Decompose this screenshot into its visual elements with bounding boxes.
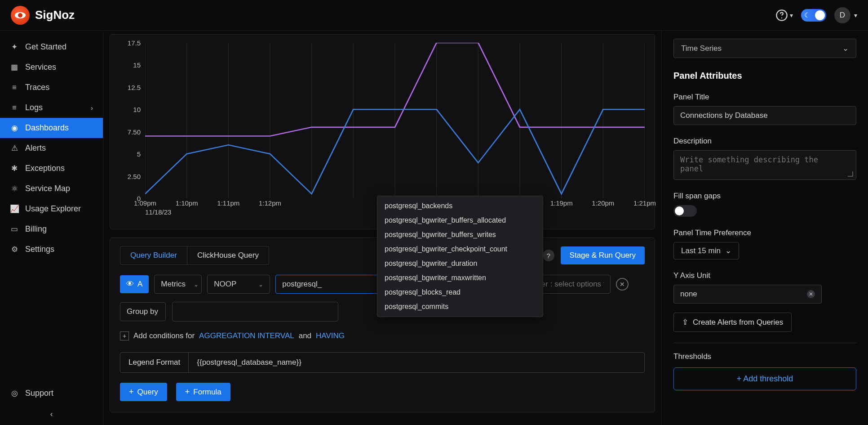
user-avatar[interactable]: D	[834, 7, 850, 23]
sidebar-item-billing[interactable]: ▭Billing	[0, 219, 103, 239]
legend-row: Legend Format	[120, 352, 645, 373]
query-letter: A	[137, 280, 142, 289]
description-field[interactable]	[680, 155, 850, 173]
chart-icon: 📈	[10, 204, 19, 214]
add-query-label: Query	[137, 388, 158, 397]
panel-title-field[interactable]	[680, 111, 850, 120]
sidebar-item-support[interactable]: ◎Support	[0, 383, 103, 403]
moon-icon: ☾	[804, 11, 810, 19]
toggle-knob	[815, 10, 825, 20]
metric-autocomplete-dropdown[interactable]: postgresql_backendspostgresql_bgwriter_b…	[377, 196, 543, 317]
sidebar-item-label: Support	[25, 389, 53, 398]
having-link[interactable]: HAVING	[316, 331, 345, 340]
sidebar-item-label: Exceptions	[25, 164, 65, 173]
legend-format-input[interactable]	[189, 353, 644, 372]
chevron-down-icon: ⌄	[842, 44, 849, 53]
tab-query-builder[interactable]: Query Builder	[120, 246, 187, 264]
add-condition-button[interactable]: +	[120, 331, 129, 340]
chevron-down-icon: ⌄	[725, 246, 731, 255]
sidebar-item-services[interactable]: ▦Services	[0, 57, 103, 77]
autocomplete-item[interactable]: postgresql_bgwriter_duration	[377, 256, 543, 271]
help-menu[interactable]: ▾	[775, 9, 793, 22]
description-label: Description	[673, 137, 856, 146]
collapse-sidebar-button[interactable]: ‹	[0, 403, 103, 425]
chart-plot	[145, 43, 645, 198]
query-help-button[interactable]: ?	[543, 250, 554, 261]
autocomplete-item[interactable]: postgresql_bgwriter_buffers_allocated	[377, 213, 543, 228]
sidebar-item-label: Usage Explorer	[25, 204, 81, 214]
sidebar-item-dashboards[interactable]: ◉Dashboards	[0, 118, 103, 138]
right-pane: Time Series ⌄ Panel Attributes Panel Tit…	[661, 31, 868, 425]
clear-filter-button[interactable]: ✕	[616, 278, 629, 291]
chart-panel: 17.51512.5107.5052.500 11/18/23 1:09pm1:…	[110, 34, 655, 229]
autocomplete-item[interactable]: postgresql_commits	[377, 300, 543, 314]
autocomplete-item[interactable]: postgresql_bgwriter_buffers_writes	[377, 228, 543, 242]
chart-x-sub: 11/18/23	[145, 208, 171, 216]
viz-type-select[interactable]: Time Series ⌄	[673, 39, 856, 58]
source-value: Metrics	[161, 280, 186, 289]
query-tabs: Query Builder ClickHouse Query	[120, 246, 269, 265]
add-query-button[interactable]: +Query	[120, 383, 167, 401]
panel-time-pref-label: Panel Time Preference	[673, 228, 856, 237]
panel-attributes-heading: Panel Attributes	[673, 71, 856, 81]
sidebar-item-label: Service Map	[25, 184, 70, 193]
y-axis-unit-select[interactable]: none ✕	[673, 285, 822, 304]
theme-toggle[interactable]: ☾	[801, 9, 826, 22]
sidebar-item-settings[interactable]: ⚙Settings	[0, 239, 103, 259]
create-alerts-button[interactable]: ⇪ Create Alerts from Queries	[673, 313, 792, 332]
legend-format-field[interactable]	[197, 358, 636, 367]
add-formula-button[interactable]: +Formula	[176, 383, 230, 401]
logo-icon	[11, 6, 30, 25]
sidebar-item-alerts[interactable]: ⚠Alerts	[0, 138, 103, 158]
autocomplete-item[interactable]: postgresql_bgwriter_maxwritten	[377, 271, 543, 285]
sidebar-item-label: Alerts	[25, 143, 46, 153]
autocomplete-item[interactable]: postgresql_backends	[377, 199, 543, 213]
groupby-select[interactable]	[172, 302, 338, 322]
y-axis-unit-value: none	[680, 290, 697, 299]
caret-down-icon[interactable]: ▾	[854, 12, 857, 19]
query-letter-chip[interactable]: 👁 A	[120, 275, 149, 293]
legend-format-label: Legend Format	[120, 353, 189, 372]
clear-yunit-button[interactable]: ✕	[807, 290, 815, 298]
sidebar-item-label: Services	[25, 63, 56, 72]
sidebar-item-get-started[interactable]: ✦Get Started	[0, 37, 103, 57]
add-threshold-button[interactable]: + Add threshold	[673, 367, 856, 390]
aggregation-select[interactable]: NOOP⌄	[207, 275, 270, 294]
chevron-right-icon: ›	[91, 104, 93, 112]
aggregation-interval-link[interactable]: AGGREGATION INTERVAL	[199, 331, 294, 340]
topbar: SigNoz ▾ ☾ D ▾	[0, 0, 868, 31]
card-icon: ▭	[10, 224, 19, 234]
sidebar-item-usage-explorer[interactable]: 📈Usage Explorer	[0, 199, 103, 219]
stage-run-query-button[interactable]: Stage & Run Query	[561, 246, 645, 264]
sidebar-item-logs[interactable]: ≡Logs›	[0, 98, 103, 118]
chevron-down-icon: ⌄	[194, 281, 199, 288]
sidebar-item-exceptions[interactable]: ✱Exceptions	[0, 158, 103, 179]
source-select[interactable]: Metrics⌄	[154, 275, 202, 294]
sidebar-item-label: Settings	[25, 245, 54, 254]
export-icon: ⇪	[682, 318, 688, 327]
add-formula-label: Formula	[193, 388, 221, 397]
fill-span-gaps-toggle[interactable]	[673, 205, 697, 217]
sidebar-item-label: Logs	[25, 103, 43, 112]
bell-icon: ⚠	[10, 143, 19, 153]
description-input[interactable]	[673, 150, 856, 180]
fill-span-gaps-label: Fill span gaps	[673, 192, 856, 201]
y-axis-unit-label: Y Axis Unit	[673, 271, 856, 280]
panel-time-pref-select[interactable]: Last 15 min ⌄	[673, 242, 739, 259]
lines-icon: ≡	[10, 83, 19, 92]
sidebar-item-service-map[interactable]: ⚛Service Map	[0, 179, 103, 199]
sidebar-item-label: Billing	[25, 224, 47, 234]
lines-icon: ≡	[10, 103, 19, 112]
panel-title-input[interactable]	[673, 106, 856, 125]
autocomplete-item[interactable]: postgresql_blocks_read	[377, 285, 543, 300]
sidebar-item-label: Dashboards	[25, 123, 69, 133]
sidebar-item-traces[interactable]: ≡Traces	[0, 77, 103, 98]
tab-clickhouse-query[interactable]: ClickHouse Query	[187, 246, 269, 264]
sidebar-item-label: Traces	[25, 83, 49, 92]
rocket-icon: ✦	[10, 42, 19, 52]
support-icon: ◎	[10, 389, 19, 398]
divider	[673, 343, 856, 343]
brand-block[interactable]: SigNoz	[11, 6, 75, 25]
conditions-mid: and	[299, 331, 311, 340]
autocomplete-item[interactable]: postgresql_bgwriter_checkpoint_count	[377, 242, 543, 256]
